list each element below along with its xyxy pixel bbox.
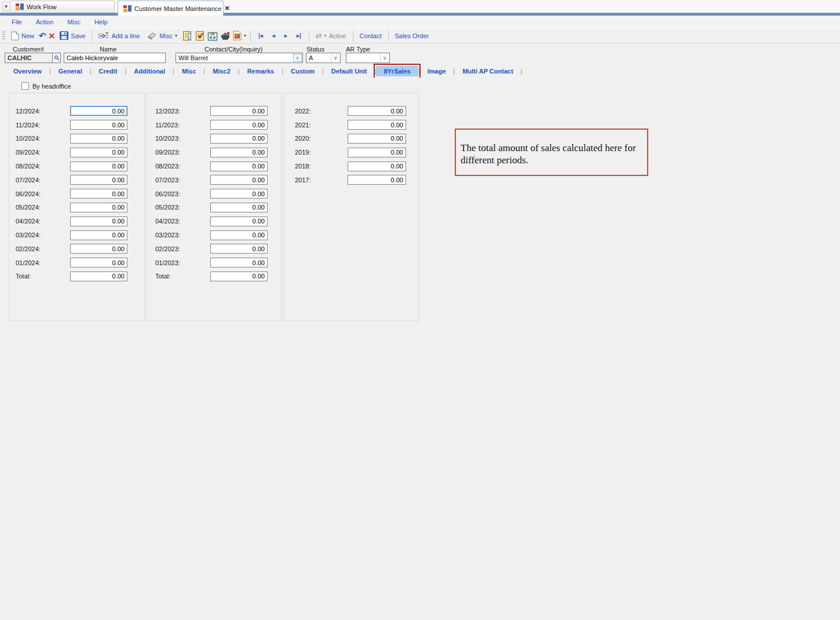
- amount-input[interactable]: [70, 134, 127, 144]
- sales-row: 04/2024:: [9, 214, 144, 228]
- amount-input[interactable]: [210, 120, 268, 130]
- tab-misc[interactable]: Misc: [174, 66, 203, 76]
- menu-item-misc[interactable]: Misc: [60, 17, 87, 27]
- oe-transfer-icon[interactable]: OE: [207, 31, 218, 41]
- period-label: 02/2024:: [16, 245, 70, 252]
- tab-overview[interactable]: Overview: [6, 66, 49, 76]
- sales-row: 03/2023:: [147, 228, 281, 242]
- amount-input[interactable]: [70, 162, 127, 171]
- tab-credit[interactable]: Credit: [92, 66, 125, 76]
- amount-input[interactable]: [70, 189, 127, 199]
- ar-type-combo[interactable]: ∨: [346, 53, 390, 63]
- chevron-down-icon[interactable]: ∨: [293, 54, 302, 62]
- customer-number-field[interactable]: [5, 53, 53, 63]
- tab-general[interactable]: General: [51, 66, 90, 76]
- purse-add-icon[interactable]: [220, 31, 231, 41]
- amount-input[interactable]: [210, 162, 268, 171]
- tab-8yrsales[interactable]: 8YrSales: [376, 66, 418, 76]
- menu-item-file[interactable]: File: [5, 17, 29, 27]
- amount-input[interactable]: [348, 120, 406, 130]
- misc-label: Misc: [159, 32, 173, 39]
- amount-input[interactable]: [210, 272, 268, 281]
- tab-multi-ap-contact[interactable]: Multi AP Contact: [455, 66, 520, 76]
- amount-input[interactable]: [348, 106, 406, 116]
- sales-row: 09/2023:: [147, 145, 281, 159]
- chevron-down-icon[interactable]: ∨: [331, 54, 339, 62]
- amount-input[interactable]: [348, 175, 406, 185]
- amount-input[interactable]: [348, 134, 406, 144]
- amount-input[interactable]: [210, 148, 268, 157]
- amount-input[interactable]: [210, 134, 268, 144]
- icon-group-dropdown-icon[interactable]: ▾: [244, 33, 246, 38]
- amount-input[interactable]: [70, 258, 127, 267]
- sales-row: 01/2024:: [9, 256, 144, 270]
- tab-content-8yrsales: By headoffice 12/2024:11/2024:10/2024:09…: [0, 78, 840, 620]
- sales-row: 2017:: [284, 173, 418, 187]
- tab-list-dropdown-button[interactable]: ▼: [2, 2, 10, 12]
- sales-row: 12/2023:: [147, 104, 281, 118]
- undo-icon[interactable]: ↶: [39, 32, 46, 40]
- amount-input[interactable]: [348, 148, 406, 157]
- image-document-icon[interactable]: [233, 31, 242, 41]
- checked-clipboard-icon[interactable]: [195, 31, 205, 41]
- amount-input[interactable]: [70, 217, 127, 226]
- period-label: 12/2023:: [155, 108, 210, 115]
- active-status-button[interactable]: ⇄ ▾ Active: [313, 30, 349, 41]
- by-headoffice-checkbox[interactable]: [21, 82, 29, 90]
- tab-additional[interactable]: Additional: [126, 66, 173, 76]
- amount-input[interactable]: [70, 175, 127, 185]
- nav-next-icon[interactable]: ▸: [281, 31, 291, 40]
- amount-input[interactable]: [70, 106, 127, 116]
- nav-last-icon[interactable]: ▸|: [293, 31, 305, 40]
- toolbar-grip[interactable]: [2, 31, 5, 41]
- amount-input[interactable]: [348, 162, 406, 171]
- add-a-line-button[interactable]: Add a line: [96, 31, 142, 41]
- save-button[interactable]: Save: [57, 30, 87, 41]
- misc-dropdown-icon[interactable]: ▾: [175, 33, 177, 38]
- contact-city-label: Contact/City(Inquiry): [204, 46, 262, 53]
- nav-previous-icon[interactable]: ◂: [269, 31, 279, 40]
- contact-button[interactable]: Contact: [357, 31, 384, 41]
- name-field[interactable]: [64, 53, 166, 63]
- amount-input[interactable]: [70, 230, 127, 240]
- contact-city-combo[interactable]: Will Barret ∨: [176, 53, 303, 63]
- amount-input[interactable]: [210, 258, 268, 267]
- amount-input[interactable]: [210, 175, 268, 185]
- amount-input[interactable]: [210, 203, 268, 212]
- delete-icon[interactable]: ✕: [49, 32, 56, 40]
- active-dropdown-icon[interactable]: ▾: [324, 33, 327, 38]
- sales-row: 04/2023:: [147, 214, 281, 228]
- new-icon: [11, 31, 19, 41]
- notes-clipboard-icon[interactable]: [182, 31, 192, 41]
- close-tab-icon[interactable]: ✕: [224, 5, 229, 12]
- amount-input[interactable]: [210, 189, 268, 199]
- menu-item-action[interactable]: Action: [29, 17, 61, 27]
- sales-order-button[interactable]: Sales Order: [393, 31, 432, 41]
- menu-item-help[interactable]: Help: [87, 17, 115, 27]
- amount-input[interactable]: [210, 217, 268, 226]
- period-label: 07/2024:: [16, 177, 70, 184]
- tab-misc2[interactable]: Misc2: [205, 66, 238, 76]
- tab-remarks[interactable]: Remarks: [240, 66, 282, 76]
- amount-input[interactable]: [70, 244, 127, 254]
- amount-input[interactable]: [70, 120, 127, 130]
- tab-custom[interactable]: Custom: [283, 66, 322, 76]
- period-label: Total:: [16, 273, 70, 280]
- amount-input[interactable]: [70, 148, 127, 157]
- customer-lookup-button[interactable]: [52, 53, 61, 63]
- misc-button[interactable]: Misc ▾: [144, 31, 180, 41]
- status-combo[interactable]: A ∨: [306, 53, 341, 63]
- amount-input[interactable]: [70, 272, 127, 281]
- amount-input[interactable]: [210, 230, 268, 240]
- tab-default-unit[interactable]: Default Unit: [324, 66, 375, 76]
- amount-input[interactable]: [210, 106, 268, 116]
- chevron-down-icon[interactable]: ∨: [380, 54, 389, 62]
- nav-first-icon[interactable]: |◂: [255, 31, 266, 40]
- window-tab-workflow[interactable]: Work Flow: [10, 1, 115, 13]
- amount-input[interactable]: [210, 244, 268, 254]
- new-button[interactable]: New: [9, 30, 36, 42]
- period-label: 12/2024:: [16, 108, 70, 115]
- amount-input[interactable]: [70, 203, 127, 212]
- tab-image[interactable]: Image: [420, 66, 454, 76]
- window-tab-customer-master-maintenance[interactable]: Customer Master Maintenance ✕: [118, 1, 224, 16]
